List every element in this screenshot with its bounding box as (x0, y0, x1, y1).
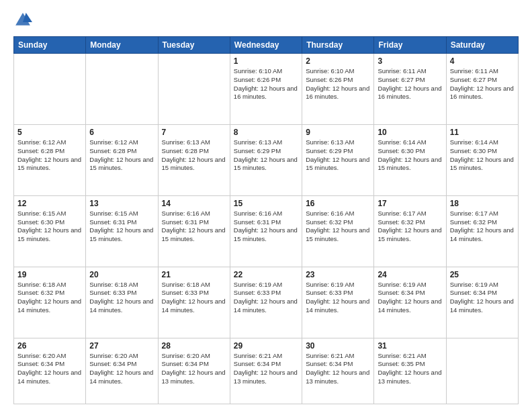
day-cell (158, 54, 230, 125)
day-cell: 28Sunrise: 6:20 AM Sunset: 6:34 PM Dayli… (158, 338, 230, 404)
day-cell: 31Sunrise: 6:21 AM Sunset: 6:35 PM Dayli… (374, 338, 446, 404)
day-cell: 21Sunrise: 6:18 AM Sunset: 6:33 PM Dayli… (158, 267, 230, 338)
day-info: Sunrise: 6:20 AM Sunset: 6:34 PM Dayligh… (17, 352, 82, 386)
day-cell: 8Sunrise: 6:13 AM Sunset: 6:29 PM Daylig… (230, 124, 302, 195)
day-number: 19 (17, 270, 82, 279)
day-number: 6 (89, 128, 154, 137)
day-info: Sunrise: 6:10 AM Sunset: 6:26 PM Dayligh… (306, 67, 370, 101)
day-number: 17 (378, 199, 442, 208)
day-cell: 13Sunrise: 6:15 AM Sunset: 6:31 PM Dayli… (86, 195, 158, 267)
day-number: 25 (450, 270, 515, 279)
day-cell: 22Sunrise: 6:19 AM Sunset: 6:33 PM Dayli… (230, 267, 302, 338)
day-number: 3 (378, 56, 442, 66)
day-number: 8 (234, 128, 298, 137)
week-row-4: 19Sunrise: 6:18 AM Sunset: 6:32 PM Dayli… (14, 267, 519, 338)
week-row-5: 26Sunrise: 6:20 AM Sunset: 6:34 PM Dayli… (14, 338, 519, 404)
day-number: 30 (306, 341, 370, 351)
day-number: 14 (162, 199, 226, 208)
header (13, 11, 519, 30)
day-number: 27 (89, 341, 154, 351)
day-number: 31 (378, 341, 442, 351)
day-number: 9 (306, 128, 370, 137)
day-header-friday: Friday (374, 37, 446, 54)
day-number: 15 (234, 199, 298, 208)
day-info: Sunrise: 6:11 AM Sunset: 6:27 PM Dayligh… (378, 67, 442, 101)
day-info: Sunrise: 6:15 AM Sunset: 6:30 PM Dayligh… (17, 210, 82, 244)
day-info: Sunrise: 6:13 AM Sunset: 6:29 PM Dayligh… (306, 138, 370, 173)
day-info: Sunrise: 6:12 AM Sunset: 6:28 PM Dayligh… (89, 138, 154, 173)
day-info: Sunrise: 6:18 AM Sunset: 6:33 PM Dayligh… (162, 281, 226, 315)
day-info: Sunrise: 6:16 AM Sunset: 6:31 PM Dayligh… (162, 210, 226, 244)
day-cell: 1Sunrise: 6:10 AM Sunset: 6:26 PM Daylig… (230, 54, 302, 125)
day-number: 7 (162, 128, 226, 137)
day-cell: 10Sunrise: 6:14 AM Sunset: 6:30 PM Dayli… (374, 124, 446, 195)
day-cell: 24Sunrise: 6:19 AM Sunset: 6:34 PM Dayli… (374, 267, 446, 338)
day-info: Sunrise: 6:18 AM Sunset: 6:32 PM Dayligh… (17, 281, 82, 315)
day-info: Sunrise: 6:12 AM Sunset: 6:28 PM Dayligh… (17, 138, 82, 173)
day-header-wednesday: Wednesday (230, 37, 302, 54)
day-info: Sunrise: 6:21 AM Sunset: 6:34 PM Dayligh… (306, 352, 370, 386)
day-cell: 6Sunrise: 6:12 AM Sunset: 6:28 PM Daylig… (86, 124, 158, 195)
calendar-body: 1Sunrise: 6:10 AM Sunset: 6:26 PM Daylig… (14, 54, 519, 404)
day-header-monday: Monday (86, 37, 158, 54)
day-number: 16 (306, 199, 370, 208)
day-info: Sunrise: 6:15 AM Sunset: 6:31 PM Dayligh… (89, 210, 154, 244)
day-cell: 12Sunrise: 6:15 AM Sunset: 6:30 PM Dayli… (14, 195, 86, 267)
day-info: Sunrise: 6:19 AM Sunset: 6:34 PM Dayligh… (378, 281, 442, 315)
day-info: Sunrise: 6:17 AM Sunset: 6:32 PM Dayligh… (378, 210, 442, 244)
day-info: Sunrise: 6:18 AM Sunset: 6:33 PM Dayligh… (89, 281, 154, 315)
calendar: SundayMondayTuesdayWednesdayThursdayFrid… (13, 36, 519, 404)
day-info: Sunrise: 6:16 AM Sunset: 6:32 PM Dayligh… (306, 210, 370, 244)
day-cell: 19Sunrise: 6:18 AM Sunset: 6:32 PM Dayli… (14, 267, 86, 338)
day-info: Sunrise: 6:20 AM Sunset: 6:34 PM Dayligh… (89, 352, 154, 386)
day-info: Sunrise: 6:10 AM Sunset: 6:26 PM Dayligh… (234, 67, 298, 101)
day-cell (86, 54, 158, 125)
day-number: 11 (450, 128, 515, 137)
day-header-row: SundayMondayTuesdayWednesdayThursdayFrid… (14, 37, 519, 54)
day-number: 1 (234, 56, 298, 66)
day-info: Sunrise: 6:21 AM Sunset: 6:34 PM Dayligh… (234, 352, 298, 386)
day-cell: 5Sunrise: 6:12 AM Sunset: 6:28 PM Daylig… (14, 124, 86, 195)
day-cell: 17Sunrise: 6:17 AM Sunset: 6:32 PM Dayli… (374, 195, 446, 267)
day-number: 28 (162, 341, 226, 351)
day-cell: 3Sunrise: 6:11 AM Sunset: 6:27 PM Daylig… (374, 54, 446, 125)
day-cell: 11Sunrise: 6:14 AM Sunset: 6:30 PM Dayli… (446, 124, 518, 195)
logo-icon (13, 11, 32, 30)
day-header-thursday: Thursday (302, 37, 374, 54)
day-header-sunday: Sunday (14, 37, 86, 54)
day-info: Sunrise: 6:14 AM Sunset: 6:30 PM Dayligh… (450, 138, 515, 173)
day-number: 18 (450, 199, 515, 208)
day-info: Sunrise: 6:16 AM Sunset: 6:31 PM Dayligh… (234, 210, 298, 244)
day-cell: 9Sunrise: 6:13 AM Sunset: 6:29 PM Daylig… (302, 124, 374, 195)
day-info: Sunrise: 6:14 AM Sunset: 6:30 PM Dayligh… (378, 138, 442, 173)
day-number: 2 (306, 56, 370, 66)
day-number: 21 (162, 270, 226, 279)
day-number: 23 (306, 270, 370, 279)
day-header-tuesday: Tuesday (158, 37, 230, 54)
day-info: Sunrise: 6:17 AM Sunset: 6:32 PM Dayligh… (450, 210, 515, 244)
day-cell: 15Sunrise: 6:16 AM Sunset: 6:31 PM Dayli… (230, 195, 302, 267)
day-number: 24 (378, 270, 442, 279)
day-info: Sunrise: 6:19 AM Sunset: 6:34 PM Dayligh… (450, 281, 515, 315)
week-row-1: 1Sunrise: 6:10 AM Sunset: 6:26 PM Daylig… (14, 54, 519, 125)
day-cell: 29Sunrise: 6:21 AM Sunset: 6:34 PM Dayli… (230, 338, 302, 404)
day-cell: 16Sunrise: 6:16 AM Sunset: 6:32 PM Dayli… (302, 195, 374, 267)
day-cell: 18Sunrise: 6:17 AM Sunset: 6:32 PM Dayli… (446, 195, 518, 267)
day-number: 10 (378, 128, 442, 137)
day-header-saturday: Saturday (446, 37, 518, 54)
day-cell: 2Sunrise: 6:10 AM Sunset: 6:26 PM Daylig… (302, 54, 374, 125)
day-info: Sunrise: 6:19 AM Sunset: 6:33 PM Dayligh… (234, 281, 298, 315)
day-number: 29 (234, 341, 298, 351)
day-number: 4 (450, 56, 515, 66)
page: SundayMondayTuesdayWednesdayThursdayFrid… (0, 0, 532, 411)
day-number: 12 (17, 199, 82, 208)
day-number: 22 (234, 270, 298, 279)
day-info: Sunrise: 6:19 AM Sunset: 6:33 PM Dayligh… (306, 281, 370, 315)
day-cell: 27Sunrise: 6:20 AM Sunset: 6:34 PM Dayli… (86, 338, 158, 404)
week-row-2: 5Sunrise: 6:12 AM Sunset: 6:28 PM Daylig… (14, 124, 519, 195)
day-cell: 7Sunrise: 6:13 AM Sunset: 6:28 PM Daylig… (158, 124, 230, 195)
day-info: Sunrise: 6:13 AM Sunset: 6:29 PM Dayligh… (234, 138, 298, 173)
day-cell: 4Sunrise: 6:11 AM Sunset: 6:27 PM Daylig… (446, 54, 518, 125)
day-cell: 20Sunrise: 6:18 AM Sunset: 6:33 PM Dayli… (86, 267, 158, 338)
day-info: Sunrise: 6:13 AM Sunset: 6:28 PM Dayligh… (162, 138, 226, 173)
